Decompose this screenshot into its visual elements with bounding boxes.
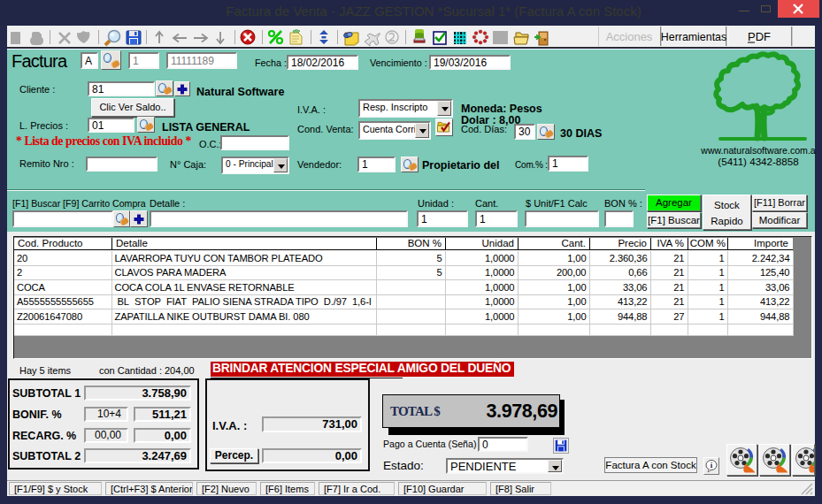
svg-text:Herramientas: Herramientas — [661, 31, 726, 43]
svg-text:PDF: PDF — [748, 30, 771, 43]
svg-text:Acciones: Acciones — [606, 30, 653, 43]
